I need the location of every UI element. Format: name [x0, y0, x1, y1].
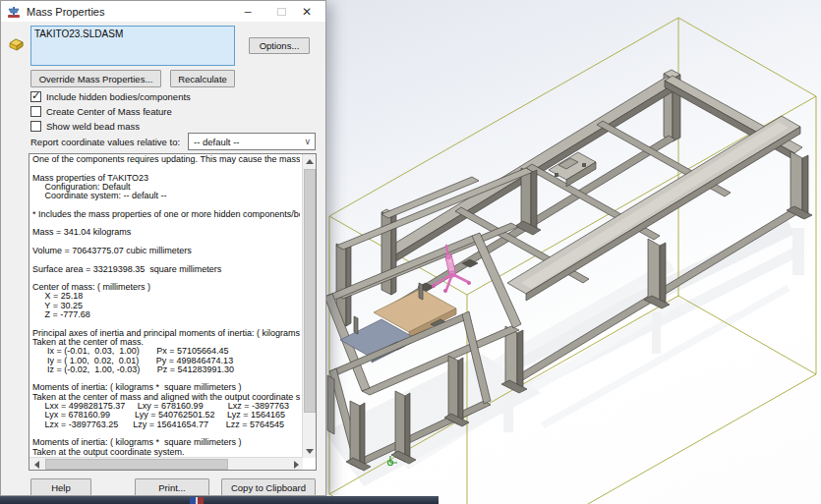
minimize-button[interactable]: – — [235, 1, 261, 22]
checkbox-weld-bead-box[interactable] — [30, 121, 41, 132]
close-button[interactable]: ✕ — [294, 1, 320, 22]
results-text: One of the components requires updating.… — [32, 155, 300, 458]
scroll-left-button[interactable] — [29, 458, 43, 471]
arrow-left-icon — [34, 461, 39, 469]
checkbox-include-hidden-box[interactable] — [30, 91, 41, 102]
override-mass-properties-button[interactable]: Override Mass Properties... — [30, 70, 161, 87]
filename-field[interactable]: TAKITO23.SLDASM — [30, 26, 235, 66]
coordinate-values-label: Report coordinate values relative to: — [30, 137, 180, 147]
coordinate-system-dropdown[interactable]: -- default -- ∨ — [188, 133, 316, 150]
dialog-titlebar[interactable]: Mass Properties – ✕ — [1, 1, 325, 22]
scroll-up-button[interactable] — [303, 154, 317, 168]
checkbox-create-com-label: Create Center of Mass feature — [46, 106, 172, 117]
help-button[interactable]: Help — [30, 478, 91, 496]
scroll-right-button[interactable] — [289, 458, 303, 471]
checkbox-include-hidden-label: Include hidden bodies/components — [46, 91, 191, 102]
chevron-down-icon: ∨ — [304, 137, 311, 146]
taskbar-icon-red[interactable] — [198, 497, 204, 504]
mass-properties-icon — [7, 5, 21, 19]
mass-properties-dialog: Mass Properties – ✕ TAKITO23.SLDASM Opti… — [0, 0, 326, 496]
vertical-scroll-thumb[interactable] — [304, 169, 316, 413]
maximize-button[interactable] — [277, 8, 286, 16]
cad-viewport[interactable] — [324, 0, 821, 504]
copy-to-clipboard-button[interactable]: Copy to Clipboard — [221, 478, 316, 496]
horizontal-scrollbar[interactable] — [29, 457, 303, 470]
recalculate-button[interactable]: Recalculate — [170, 70, 235, 87]
coordinate-system-value: -- default -- — [194, 137, 239, 147]
checkbox-weld-bead[interactable]: Show weld bead mass — [30, 120, 140, 133]
horizontal-scroll-thumb[interactable] — [45, 459, 228, 470]
checkbox-weld-bead-label: Show weld bead mass — [46, 121, 140, 132]
arrow-right-icon — [294, 461, 299, 469]
scroll-down-button[interactable] — [303, 444, 317, 458]
checkbox-create-com-box[interactable] — [30, 106, 41, 117]
arrow-down-icon — [306, 449, 314, 454]
print-button[interactable]: Print... — [135, 478, 209, 496]
dialog-title: Mass Properties — [27, 6, 104, 18]
screenshot-root: Mass Properties – ✕ TAKITO23.SLDASM Opti… — [0, 0, 821, 504]
options-button[interactable]: Options... — [249, 37, 310, 54]
arrow-up-icon — [306, 159, 314, 164]
taskbar-sliver[interactable] — [0, 496, 439, 504]
mass-properties-results-panel[interactable]: One of the components requires updating.… — [29, 153, 317, 471]
checkbox-create-com[interactable]: Create Center of Mass feature — [30, 105, 172, 118]
checkbox-include-hidden[interactable]: Include hidden bodies/components — [30, 90, 191, 103]
vertical-scrollbar[interactable] — [302, 154, 316, 458]
assembly-part-icon — [8, 34, 25, 51]
